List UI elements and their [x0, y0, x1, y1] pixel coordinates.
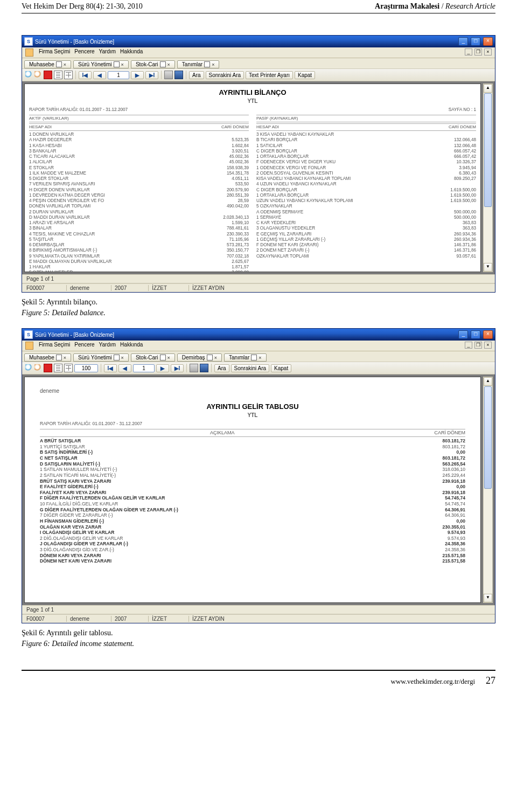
vertical-scrollbar[interactable]: ▲ ▼	[483, 84, 493, 272]
tab-tanimlar[interactable]: Tanımlar×	[224, 353, 267, 362]
last-page-icon[interactable]: ▶I	[145, 71, 158, 79]
preview-toolbar[interactable]: 100 I◀ ◀ 1 ▶ ▶I Ara Sonrakini Ara Kapat	[22, 362, 495, 374]
tab-close-icon[interactable]: ×	[258, 355, 261, 360]
tab-close-icon[interactable]: ×	[121, 355, 124, 360]
next-page-icon[interactable]: ▶	[156, 364, 169, 372]
printer-settings-button[interactable]: Text Printer Ayarı	[246, 71, 293, 79]
print-icon[interactable]	[164, 71, 173, 79]
menu-item[interactable]: Hakkında	[120, 342, 143, 350]
vertical-scrollbar[interactable]: ▲ ▼	[483, 377, 493, 603]
tab-stok[interactable]: Stok-Cari×	[131, 353, 175, 362]
scroll-up-icon[interactable]: ▲	[484, 84, 492, 93]
report-title: AYRINTILI BİLANÇO	[29, 88, 476, 97]
first-page-icon[interactable]: I◀	[104, 364, 117, 372]
menu-bar[interactable]: Firma Seçimi Pencere Yardım Hakkında _ ❐…	[22, 341, 495, 351]
scroll-thumb[interactable]	[484, 386, 492, 489]
mdi-tabs[interactable]: Muhasebe× Sürü Yönetimi× Stok-Cari× Tanı…	[22, 58, 495, 68]
mdi-restore-icon[interactable]: ❐	[474, 48, 482, 55]
menu-item[interactable]: Yardım	[99, 342, 116, 350]
zoom-out-icon[interactable]	[34, 71, 42, 79]
scroll-thumb[interactable]	[484, 93, 492, 207]
menu-bar[interactable]: Firma Seçimi Pencere Yardım Hakkında _ ❐…	[22, 47, 495, 58]
zoom-input[interactable]: 100	[74, 364, 98, 372]
maximize-icon[interactable]: □	[471, 330, 480, 339]
tab-muhasebe[interactable]: Muhasebe×	[24, 60, 71, 68]
tab-stok[interactable]: Stok-Cari×	[131, 60, 175, 68]
preview-viewport[interactable]: deneme AYRINTILI GELİR TABLOSU YTL RAPOR…	[22, 374, 495, 605]
single-page-icon[interactable]	[54, 364, 62, 372]
multi-page-icon[interactable]	[64, 364, 73, 372]
minimize-icon[interactable]: _	[458, 37, 468, 46]
tab-close-icon[interactable]: ×	[167, 62, 170, 67]
minimize-icon[interactable]: _	[458, 330, 468, 339]
report-row: F DİĞER FAALİYETLERDEN OLAĞAN GELİR VE K…	[40, 495, 465, 501]
menu-item[interactable]: Pencere	[74, 342, 94, 350]
menu-item[interactable]: Firma Seçimi	[39, 342, 70, 350]
zoom-in-icon[interactable]	[25, 71, 33, 79]
multi-page-icon[interactable]	[64, 71, 73, 79]
mdi-tabs[interactable]: Muhasebe× Sürü Yönetimi× Stok-Cari× Demi…	[22, 351, 495, 362]
mdi-minimize-icon[interactable]: _	[465, 342, 472, 349]
search-button[interactable]: Ara	[189, 71, 204, 79]
page-input[interactable]: 1	[133, 364, 155, 372]
tab-demirbas[interactable]: Demirbaş×	[177, 353, 222, 362]
tab-close-icon[interactable]: ×	[64, 355, 66, 360]
tab-close-icon[interactable]: ×	[64, 62, 66, 67]
single-page-icon[interactable]	[54, 71, 62, 79]
mdi-restore-icon[interactable]: ❐	[474, 342, 482, 349]
search-next-button[interactable]: Sonrakini Ara	[231, 364, 269, 372]
window-controls[interactable]: _ □ ×	[457, 37, 493, 46]
zoom-in-icon[interactable]	[25, 364, 33, 372]
search-next-button[interactable]: Sonrakini Ara	[206, 71, 244, 79]
close-button[interactable]: Kapat	[295, 71, 315, 79]
close-icon[interactable]: ×	[483, 330, 493, 339]
last-page-icon[interactable]: ▶I	[171, 364, 184, 372]
stop-icon[interactable]	[44, 71, 52, 79]
tab-close-icon[interactable]: ×	[212, 62, 214, 67]
report-row: 5 ÖZKAYNAKLAR	[256, 204, 476, 209]
zoom-out-icon[interactable]	[34, 364, 42, 372]
tab-close-icon[interactable]: ×	[214, 355, 217, 360]
tab-close-icon[interactable]: ×	[121, 62, 124, 67]
prev-page-icon[interactable]: ◀	[93, 71, 106, 79]
report-row: DÖNEM KARI VEYA ZARARI215.571,58	[40, 553, 465, 559]
menu-item[interactable]: Firma Seçimi	[39, 48, 70, 57]
close-button[interactable]: Kapat	[271, 364, 291, 372]
mdi-close-icon[interactable]: ×	[484, 48, 492, 55]
tab-close-icon[interactable]: ×	[167, 355, 170, 360]
window-titlebar[interactable]: S Sürü Yönetimi - [Baskı Önizleme] _ □ ×	[22, 36, 495, 47]
next-page-icon[interactable]: ▶	[131, 71, 144, 79]
save-icon[interactable]	[200, 364, 208, 372]
print-icon[interactable]	[190, 364, 198, 372]
report-row: 1 ORTAKLARA BORÇLAR666.057,42	[256, 154, 476, 159]
menu-item[interactable]: Hakkında	[120, 48, 143, 57]
stop-icon[interactable]	[44, 364, 52, 372]
preview-toolbar[interactable]: I◀ ◀ 1 ▶ ▶I Ara Sonrakini Ara Text Print…	[22, 68, 495, 81]
date-range: RAPOR TARİH ARALIĞI: 01.01.2007 - 31.12.…	[40, 421, 465, 427]
save-icon[interactable]	[174, 71, 183, 79]
scroll-up-icon[interactable]: ▲	[484, 377, 492, 386]
page-input[interactable]: 1	[108, 71, 129, 79]
tab-suru[interactable]: Sürü Yönetimi×	[73, 60, 129, 68]
window-titlebar[interactable]: S Sürü Yönetimi - [Baskı Önizleme] _ □ ×	[22, 329, 495, 341]
first-page-icon[interactable]: I◀	[79, 71, 92, 79]
scroll-down-icon[interactable]: ▼	[484, 594, 492, 602]
radio-icon	[56, 61, 62, 67]
window-controls[interactable]: _ □ ×	[457, 330, 493, 339]
status-year: 2007	[111, 616, 127, 622]
report-row: E FAALİYET GİDERLERİ (-)0,00	[40, 484, 465, 490]
tab-muhasebe[interactable]: Muhasebe×	[24, 353, 71, 362]
menu-item[interactable]: Yardım	[99, 48, 116, 57]
prev-page-icon[interactable]: ◀	[118, 364, 131, 372]
mdi-close-icon[interactable]: ×	[484, 342, 492, 349]
tab-tanimlar[interactable]: Tanımlar×	[177, 60, 220, 68]
close-icon[interactable]: ×	[483, 37, 493, 46]
scroll-down-icon[interactable]: ▼	[484, 263, 492, 272]
search-button[interactable]: Ara	[214, 364, 229, 372]
radio-icon	[251, 355, 257, 360]
preview-viewport[interactable]: AYRINTILI BİLANÇO YTL RAPOR TARİH ARALIĞ…	[22, 81, 495, 274]
menu-item[interactable]: Pencere	[74, 48, 94, 57]
mdi-minimize-icon[interactable]: _	[465, 48, 472, 55]
tab-suru[interactable]: Sürü Yönetimi×	[73, 353, 129, 362]
maximize-icon[interactable]: □	[471, 37, 480, 46]
